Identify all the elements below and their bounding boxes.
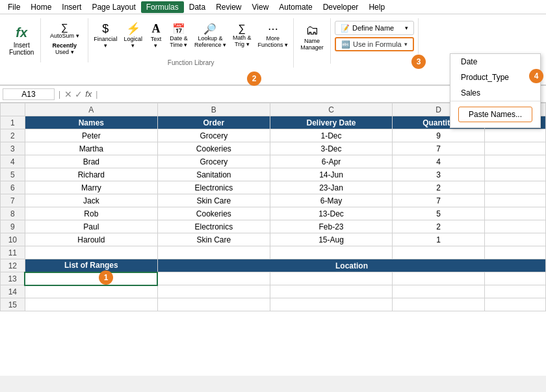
- data-cell-r15c1[interactable]: [157, 298, 270, 311]
- col-header-b[interactable]: B: [157, 103, 270, 116]
- data-cell-r14c2[interactable]: [270, 285, 393, 298]
- data-cell-r2ce[interactable]: [484, 129, 545, 142]
- menu-item-formulas[interactable]: Formulas: [141, 1, 184, 13]
- data-cell-r13ce[interactable]: [484, 272, 545, 285]
- menu-item-review[interactable]: Review: [211, 1, 246, 13]
- data-cell-r5ce[interactable]: [484, 168, 545, 181]
- data-cell-r2c0[interactable]: Peter: [25, 129, 157, 142]
- data-cell-r11ce[interactable]: [484, 246, 545, 259]
- data-cell-r13c2[interactable]: [270, 272, 393, 285]
- data-cell-r8c3[interactable]: 5: [393, 207, 484, 220]
- menu-item-home[interactable]: Home: [25, 1, 57, 13]
- data-cell-r11c0[interactable]: [25, 246, 157, 259]
- data-cell-r10ce[interactable]: [484, 233, 545, 246]
- dropdown-item-sales[interactable]: Sales: [450, 85, 540, 101]
- menu-item-file[interactable]: File: [3, 1, 25, 13]
- data-cell-r8ce[interactable]: [484, 207, 545, 220]
- data-cell-r14c3[interactable]: [393, 285, 484, 298]
- data-cell-r10c1[interactable]: Skin Care: [157, 233, 270, 246]
- lookup-reference-button[interactable]: 🔎 Lookup &Reference ▾: [192, 18, 229, 52]
- data-cell-r15c0[interactable]: [25, 298, 157, 311]
- data-cell-r3c1[interactable]: Cookeries: [157, 142, 270, 155]
- data-cell-r7ce[interactable]: [484, 194, 545, 207]
- math-trig-button[interactable]: ∑ Math &Trig ▾: [230, 18, 254, 52]
- data-cell-r7c3[interactable]: 7: [393, 194, 484, 207]
- more-functions-button[interactable]: ⋯ MoreFunctions ▾: [255, 18, 291, 52]
- data-cell-r13c1[interactable]: [157, 272, 270, 285]
- data-cell-r6c2[interactable]: 23-Jan: [270, 181, 393, 194]
- data-cell-r8c1[interactable]: Cookeries: [157, 207, 270, 220]
- data-cell-r4ce[interactable]: [484, 155, 545, 168]
- header-cell-0[interactable]: Names: [25, 116, 157, 129]
- define-name-button[interactable]: 📝 Define Name ▾: [335, 21, 414, 35]
- data-cell-r11c2[interactable]: [270, 246, 393, 259]
- financial-button[interactable]: $ Financial▾: [91, 18, 120, 52]
- menu-item-data[interactable]: Data: [184, 1, 211, 13]
- data-cell-r2c1[interactable]: Grocery: [157, 129, 270, 142]
- data-cell-r6c0[interactable]: Marry: [25, 181, 157, 194]
- name-manager-button[interactable]: 🗂 NameManager: [298, 20, 326, 53]
- data-cell-r9ce[interactable]: [484, 220, 545, 233]
- data-cell-r3c3[interactable]: 7: [393, 142, 484, 155]
- name-box[interactable]: [3, 88, 55, 100]
- menu-item-help[interactable]: Help: [363, 1, 390, 13]
- paste-names-button[interactable]: Paste Names...: [458, 107, 532, 122]
- header-cell-2[interactable]: Delivery Date: [270, 116, 393, 129]
- menu-item-developer[interactable]: Developer: [318, 1, 364, 13]
- data-cell-r15ce[interactable]: [484, 298, 545, 311]
- data-cell-r14c0[interactable]: [25, 285, 157, 298]
- use-in-formula-button[interactable]: 🔤 Use in Formula ▾: [335, 37, 414, 51]
- menu-item-insert[interactable]: Insert: [57, 1, 86, 13]
- data-cell-r6c3[interactable]: 2: [393, 181, 484, 194]
- data-cell-r5c1[interactable]: Sanitation: [157, 168, 270, 181]
- dropdown-item-date[interactable]: Date: [450, 54, 540, 70]
- data-cell-r13c0[interactable]: [25, 272, 157, 285]
- insert-function-button[interactable]: fx InsertFunction: [6, 23, 36, 57]
- data-cell-r7c2[interactable]: 6-May: [270, 194, 393, 207]
- data-cell-r15c3[interactable]: [393, 298, 484, 311]
- data-cell-r8c0[interactable]: Rob: [25, 207, 157, 220]
- data-cell-r5c2[interactable]: 14-Jun: [270, 168, 393, 181]
- data-cell-r11c1[interactable]: [157, 246, 270, 259]
- dropdown-item-product-type[interactable]: Product_Type: [450, 70, 540, 85]
- data-cell-r3ce[interactable]: [484, 142, 545, 155]
- data-cell-r3c0[interactable]: Martha: [25, 142, 157, 155]
- data-cell-r14c1[interactable]: [157, 285, 270, 298]
- data-cell-r9c2[interactable]: Feb-23: [270, 220, 393, 233]
- recently-used-button[interactable]: Recently Used ▾: [45, 40, 84, 58]
- data-cell-r4c3[interactable]: 4: [393, 155, 484, 168]
- data-cell-r8c2[interactable]: 13-Dec: [270, 207, 393, 220]
- data-cell-r4c0[interactable]: Brad: [25, 155, 157, 168]
- autosum-button[interactable]: ∑ AutoSum ▾: [45, 21, 84, 39]
- data-cell-r14ce[interactable]: [484, 285, 545, 298]
- data-cell-r3c2[interactable]: 3-Dec: [270, 142, 393, 155]
- menu-item-automate[interactable]: Automate: [274, 1, 317, 13]
- close-icon[interactable]: ✕: [64, 89, 72, 99]
- check-icon[interactable]: ✓: [75, 89, 83, 99]
- data-cell-r15c2[interactable]: [270, 298, 393, 311]
- data-cell-r4c2[interactable]: 6-Apr: [270, 155, 393, 168]
- data-cell-r2c3[interactable]: 9: [393, 129, 484, 142]
- col-header-c[interactable]: C: [270, 103, 393, 116]
- data-cell-r9c0[interactable]: Paul: [25, 220, 157, 233]
- data-cell-r13c3[interactable]: [393, 272, 484, 285]
- data-cell-r9c1[interactable]: Electronics: [157, 220, 270, 233]
- data-cell-r11c3[interactable]: [393, 246, 484, 259]
- logical-button[interactable]: ⚡ Logical▾: [121, 18, 145, 52]
- header-cell-1[interactable]: Order: [157, 116, 270, 129]
- data-cell-r5c0[interactable]: Richard: [25, 168, 157, 181]
- data-cell-r7c0[interactable]: Jack: [25, 194, 157, 207]
- data-cell-r10c3[interactable]: 1: [393, 233, 484, 246]
- data-cell-r7c1[interactable]: Skin Care: [157, 194, 270, 207]
- date-time-button[interactable]: 📅 Date &Time ▾: [167, 18, 190, 52]
- data-cell-r4c1[interactable]: Grocery: [157, 155, 270, 168]
- data-cell-r6ce[interactable]: [484, 181, 545, 194]
- data-cell-r6c1[interactable]: Electronics: [157, 181, 270, 194]
- data-cell-r2c2[interactable]: 1-Dec: [270, 129, 393, 142]
- data-cell-r5c3[interactable]: 3: [393, 168, 484, 181]
- data-cell-r9c3[interactable]: 2: [393, 220, 484, 233]
- data-cell-r10c2[interactable]: 15-Aug: [270, 233, 393, 246]
- menu-item-view[interactable]: View: [247, 1, 274, 13]
- menu-item-page-layout[interactable]: Page Layout: [86, 1, 140, 13]
- col-header-a[interactable]: A: [25, 103, 157, 116]
